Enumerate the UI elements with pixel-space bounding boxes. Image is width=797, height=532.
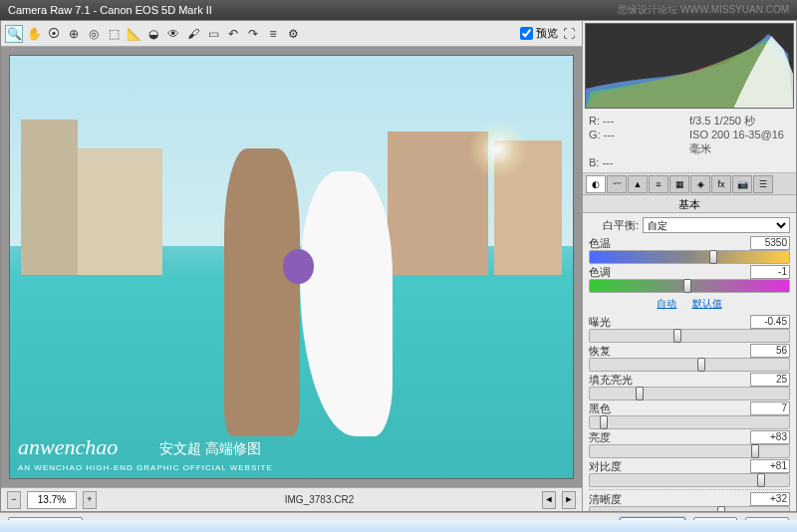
zoom-out-button[interactable]: − (7, 491, 21, 509)
tab-split[interactable]: ▦ (669, 175, 689, 193)
tab-detail[interactable]: ▲ (628, 175, 648, 193)
slider-track[interactable] (589, 250, 790, 264)
slider-value[interactable]: 7 (750, 401, 790, 415)
slider-track[interactable] (589, 506, 790, 511)
slider-thumb[interactable] (757, 473, 765, 487)
photo-preview: anwenchao 安文超 高端修图 AN WENCHAO HIGH-END G… (9, 55, 574, 479)
zoom-level[interactable]: 13.7% (27, 491, 77, 509)
image-canvas[interactable]: anwenchao 安文超 高端修图 AN WENCHAO HIGH-END G… (1, 47, 582, 487)
slider-fill: 填充亮光25 (589, 373, 790, 400)
slider-track[interactable] (589, 415, 790, 429)
slider-label: 对比度 (589, 459, 622, 474)
preview-checkbox-label[interactable]: 预览 (520, 26, 558, 41)
slider-clarity: 清晰度+32 (589, 492, 790, 511)
slider-value[interactable]: +83 (750, 430, 790, 444)
auto-link[interactable]: 自动 (657, 298, 676, 309)
slider-value[interactable]: +81 (750, 459, 790, 473)
slider-label: 黑色 (589, 401, 611, 416)
histogram-svg (586, 24, 793, 108)
histogram[interactable] (585, 23, 794, 109)
slider-track[interactable] (589, 444, 790, 458)
default-link[interactable]: 默认值 (692, 298, 722, 309)
slider-value[interactable]: -1 (750, 265, 790, 279)
adjust-brush-icon[interactable]: 🖌 (184, 25, 202, 43)
gradient-icon[interactable]: ▭ (204, 25, 222, 43)
crop-icon[interactable]: ⬚ (105, 25, 123, 43)
slider-label: 亮度 (589, 430, 611, 445)
slider-label: 清晰度 (589, 492, 622, 507)
slider-thumb[interactable] (709, 250, 717, 264)
tab-fx[interactable]: fx (711, 175, 731, 193)
slider-contrast: 对比度+81 (589, 459, 790, 487)
filename-label: IMG_3783.CR2 (103, 494, 536, 505)
wb-label: 白平衡: (589, 218, 639, 233)
wb-select[interactable]: 自定 (643, 217, 790, 233)
tab-basic[interactable]: ◐ (586, 175, 606, 193)
zoom-tool-icon[interactable]: 🔍 (5, 25, 23, 43)
straighten-icon[interactable]: 📐 (125, 25, 142, 43)
slider-thumb[interactable] (636, 387, 644, 400)
slider-track[interactable] (589, 329, 790, 343)
prefs-icon[interactable]: ⚙ (284, 25, 302, 43)
slider-value[interactable]: 25 (750, 373, 790, 387)
rotate-ccw-icon[interactable]: ↶ (224, 25, 242, 43)
os-taskbar (0, 520, 797, 532)
panel-tabs: ◐ 〰 ▲ ≡ ▦ ◈ fx 📷 ☰ (583, 173, 796, 195)
hand-tool-icon[interactable]: ✋ (25, 25, 43, 43)
photo-watermark-cn: 安文超 高端修图 (159, 440, 261, 458)
slider-label: 填充亮光 (589, 373, 633, 388)
slider-value[interactable]: +32 (750, 492, 790, 506)
sampler-icon[interactable]: ⊕ (65, 25, 83, 43)
tab-preset[interactable]: ☰ (753, 175, 773, 193)
tab-hsl[interactable]: ≡ (649, 175, 668, 193)
preview-checkbox[interactable] (520, 27, 533, 40)
app-title: Camera Raw 7.1 - Canon EOS 5D Mark II (8, 0, 212, 20)
next-image-button[interactable]: ► (562, 491, 576, 509)
slider-value[interactable]: 56 (750, 344, 790, 358)
slider-label: 色调 (589, 265, 611, 280)
slider-track[interactable] (589, 279, 790, 293)
slider-tint: 色调-1 (589, 265, 790, 293)
slider-thumb[interactable] (697, 358, 705, 372)
slider-thumb[interactable] (751, 444, 759, 458)
exif-info: R: ---f/3.5 1/250 秒 G: ---ISO 200 16-35@… (583, 111, 796, 173)
basic-panel: 白平衡: 自定 色温5350色调-1 自动 默认值 曝光-0.45恢复56填充亮… (583, 213, 796, 511)
slider-label: 曝光 (589, 315, 611, 330)
canvas-bottombar: − 13.7% + IMG_3783.CR2 ◄ ► (1, 487, 582, 511)
slider-track[interactable] (589, 387, 790, 400)
slider-track[interactable] (589, 473, 790, 487)
slider-track[interactable] (589, 358, 790, 372)
panel-title: 基本 (583, 195, 796, 213)
left-pane: 🔍 ✋ ⦿ ⊕ ◎ ⬚ 📐 ◒ 👁 🖌 ▭ ↶ ↷ ≡ ⚙ 预览 ⛶ (1, 21, 583, 511)
tab-lens[interactable]: ◈ (690, 175, 710, 193)
right-panel: R: ---f/3.5 1/250 秒 G: ---ISO 200 16-35@… (583, 21, 796, 511)
slider-value[interactable]: 5350 (750, 236, 790, 250)
fullscreen-icon[interactable]: ⛶ (560, 25, 578, 43)
slider-thumb[interactable] (683, 279, 691, 293)
tab-cal[interactable]: 📷 (732, 175, 752, 193)
photo-watermark-sub: AN WENCHAO HIGH-END GRAPHIC OFFICIAL WEB… (18, 463, 273, 472)
target-adjust-icon[interactable]: ◎ (85, 25, 103, 43)
slider-value[interactable]: -0.45 (750, 315, 790, 329)
photo-watermark: anwenchao (18, 434, 118, 460)
redeye-icon[interactable]: 👁 (164, 25, 182, 43)
main-container: 🔍 ✋ ⦿ ⊕ ◎ ⬚ 📐 ◒ 👁 🖌 ▭ ↶ ↷ ≡ ⚙ 预览 ⛶ (0, 20, 797, 512)
site-watermark: 思缘设计论坛 WWW.MISSYUAN.COM (618, 0, 789, 20)
spot-removal-icon[interactable]: ◒ (144, 25, 162, 43)
slider-bright: 亮度+83 (589, 430, 790, 458)
tab-curve[interactable]: 〰 (607, 175, 627, 193)
list-icon[interactable]: ≡ (264, 25, 282, 43)
slider-black: 黑色7 (589, 401, 790, 429)
auto-default-links: 自动 默认值 (589, 294, 790, 314)
slider-exposure: 曝光-0.45 (589, 315, 790, 343)
slider-thumb[interactable] (717, 506, 725, 511)
slider-label: 恢复 (589, 344, 611, 359)
slider-label: 色温 (589, 236, 611, 251)
slider-temp: 色温5350 (589, 236, 790, 264)
zoom-in-button[interactable]: + (83, 491, 97, 509)
prev-image-button[interactable]: ◄ (542, 491, 556, 509)
rotate-cw-icon[interactable]: ↷ (244, 25, 262, 43)
eyedropper-icon[interactable]: ⦿ (45, 25, 63, 43)
slider-thumb[interactable] (600, 415, 608, 429)
slider-thumb[interactable] (673, 329, 681, 343)
